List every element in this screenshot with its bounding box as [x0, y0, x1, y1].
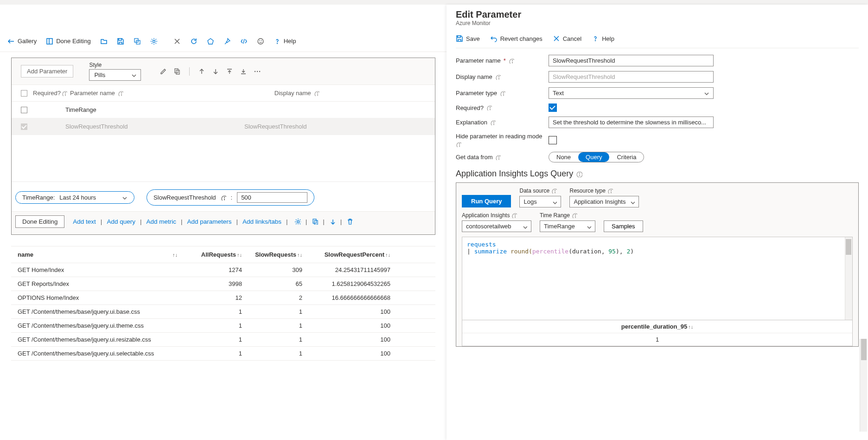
editor-scrollbar[interactable]	[845, 237, 852, 320]
gear-icon[interactable]	[294, 218, 301, 225]
select-resource-type[interactable]: Application Insights	[569, 196, 639, 207]
advanced-editor-button[interactable]	[236, 36, 251, 47]
param-row[interactable]: SlowRequestThreshold SlowRequestThreshol…	[12, 118, 435, 135]
move-down-icon[interactable]	[212, 68, 219, 75]
style-select[interactable]: Pills	[89, 69, 141, 81]
table-row[interactable]: GET /Content/themes/base/jquery.ui.theme…	[11, 319, 435, 333]
checkbox-required[interactable]	[549, 104, 557, 112]
add-parameters-link[interactable]: Add parameters	[187, 218, 231, 225]
table-row[interactable]: GET /Content/themes/base/jquery.ui.base.…	[11, 305, 435, 319]
cell-slow: 1	[242, 336, 302, 343]
info-icon	[511, 213, 517, 218]
samples-button[interactable]: Samples	[604, 220, 643, 232]
more-icon[interactable]	[254, 68, 261, 75]
timerange-pill[interactable]: TimeRange: Last 24 hours	[15, 191, 134, 204]
duplicate-icon[interactable]	[173, 68, 181, 75]
table-row[interactable]: GET Reports/Index 3998 65 1.625812906453…	[11, 277, 435, 291]
info-icon	[118, 91, 123, 96]
help-button[interactable]: Help	[270, 36, 300, 47]
panel-help-button[interactable]: Help	[592, 35, 614, 42]
move-down-icon[interactable]	[329, 218, 336, 225]
input-param-name[interactable]: SlowRequestThreshold	[549, 55, 714, 66]
open-button[interactable]	[96, 36, 111, 47]
slowthreshold-input[interactable]: 500	[237, 192, 307, 203]
slowthreshold-pill[interactable]: SlowRequestThreshold : 500	[147, 189, 314, 206]
done-editing-button[interactable]: Done Editing	[42, 36, 94, 47]
add-query-link[interactable]: Add query	[107, 218, 135, 225]
col-slowpercent[interactable]: SlowRequestPercent	[325, 251, 384, 258]
label-param-name: Parameter name	[456, 57, 501, 64]
row-checkbox[interactable]	[21, 107, 27, 113]
select-time-range[interactable]: TimeRange	[540, 220, 595, 232]
panel-scrollbar[interactable]	[860, 339, 867, 432]
select-data-source[interactable]: Logs	[519, 196, 561, 207]
panel-subtitle: Azure Monitor	[456, 20, 859, 26]
smile-icon	[257, 38, 264, 45]
edit-icon[interactable]	[160, 68, 167, 75]
results-table: name↑↓ AllRequests↑↓ SlowRequests↑↓ Slow…	[11, 246, 435, 361]
table-row[interactable]: GET /Content/themes/base/jquery.ui.selec…	[11, 347, 435, 361]
panel-cancel-button[interactable]: Cancel	[553, 35, 581, 42]
panel-revert-button[interactable]: Revert changes	[490, 35, 542, 42]
select-param-type[interactable]: Text	[549, 87, 714, 99]
col-slowrequests[interactable]: SlowRequests	[255, 251, 296, 258]
add-metric-link[interactable]: Add metric	[146, 218, 176, 225]
seg-none[interactable]: None	[549, 152, 578, 162]
select-app-insights[interactable]: contosoretailweb	[462, 220, 531, 232]
row-checkbox[interactable]	[21, 123, 27, 130]
cell-all: 1	[168, 322, 242, 329]
table-row[interactable]: GET Home/Index 1274 309 24.2543171114599…	[11, 263, 435, 277]
workbook-toolbar: Gallery Done Editing Help	[0, 31, 447, 52]
cell-all: 1274	[168, 266, 242, 273]
duplicate-icon[interactable]	[312, 218, 318, 225]
info-icon	[490, 120, 496, 125]
move-bottom-icon[interactable]	[240, 68, 247, 75]
col-name[interactable]: name	[18, 251, 33, 258]
copy-button[interactable]	[130, 36, 145, 47]
select-all-checkbox[interactable]	[21, 90, 27, 97]
cell-name: GET /Content/themes/base/jquery.ui.theme…	[18, 322, 168, 329]
feedback-button[interactable]	[253, 36, 268, 47]
checkbox-hide[interactable]	[549, 136, 557, 144]
seg-query[interactable]: Query	[578, 152, 609, 162]
info-icon	[572, 213, 577, 218]
close-icon	[173, 38, 181, 45]
gallery-button[interactable]: Gallery	[4, 36, 40, 47]
trash-icon[interactable]	[346, 218, 353, 225]
move-up-icon[interactable]	[198, 68, 205, 75]
settings-button[interactable]	[147, 36, 161, 47]
col-allrequests[interactable]: AllRequests	[201, 251, 236, 258]
label-explanation: Explanation	[456, 119, 487, 126]
query-editor[interactable]: requests | summarize round(percentile(du…	[462, 237, 853, 320]
add-links-link[interactable]: Add links/tabs	[243, 218, 281, 225]
table-row[interactable]: GET /Content/themes/base/jquery.ui.resiz…	[11, 333, 435, 347]
panel-save-button[interactable]: Save	[456, 35, 480, 42]
label-resource-type: Resource type	[569, 188, 605, 194]
result-header[interactable]: percentile_duration_95	[621, 323, 687, 330]
table-row[interactable]: OPTIONS Home/Index 12 2 16.6666666666666…	[11, 291, 435, 305]
input-explanation[interactable]: Set the threshold to determine the slown…	[549, 116, 714, 128]
input-display-name[interactable]: SlowRequestThreshold	[549, 71, 714, 83]
row-name: SlowRequestThreshold	[65, 123, 242, 130]
segmented-get-data[interactable]: None Query Criteria	[549, 152, 644, 162]
parameter-pills-bar: TimeRange: Last 24 hours SlowRequestThre…	[12, 181, 435, 211]
deploy-button[interactable]	[203, 36, 218, 47]
move-top-icon[interactable]	[226, 68, 233, 75]
chevron-down-icon	[121, 194, 128, 201]
gear-icon	[150, 38, 158, 45]
discard-button[interactable]	[170, 36, 185, 47]
seg-criteria[interactable]: Criteria	[609, 152, 644, 162]
add-text-link[interactable]: Add text	[73, 218, 96, 225]
cell-slow: 2	[242, 294, 302, 301]
refresh-button[interactable]	[186, 36, 201, 47]
pin-button[interactable]	[220, 36, 235, 47]
col-display-name: Display name	[274, 90, 311, 97]
done-editing-step-button[interactable]: Done Editing	[15, 215, 64, 228]
label-display-name: Display name	[456, 73, 492, 80]
undo-icon	[490, 35, 498, 42]
param-row[interactable]: TimeRange	[12, 102, 435, 118]
run-query-button[interactable]: Run Query	[462, 195, 511, 207]
add-parameter-button[interactable]: Add Parameter	[21, 65, 73, 78]
save-button[interactable]	[113, 36, 128, 47]
cell-all: 12	[168, 294, 242, 301]
